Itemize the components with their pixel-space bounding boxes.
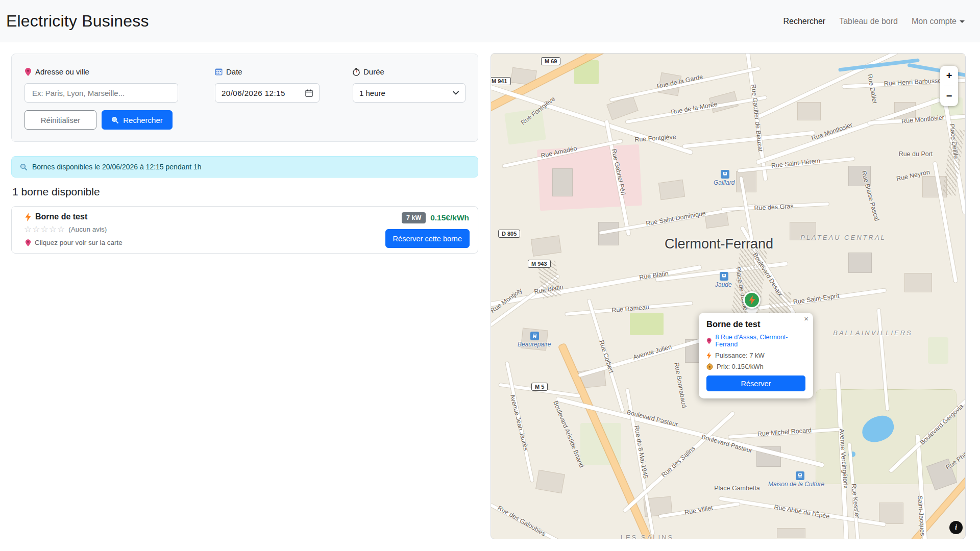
transit-stop-label: Beaurepaire xyxy=(518,341,551,348)
nav-tableau-de-bord[interactable]: Tableau de bord xyxy=(839,17,898,26)
timer-icon xyxy=(353,68,360,76)
search-panel: Adresse ou ville Date 20/06/2026 12:15 D… xyxy=(11,54,478,142)
pin-icon xyxy=(24,68,32,76)
map-building xyxy=(658,180,685,200)
search-form-card: Adresse ou ville Date 20/06/2026 12:15 D… xyxy=(11,54,478,142)
calendar-picker-icon[interactable] xyxy=(305,89,313,97)
map-building xyxy=(777,528,805,538)
close-icon[interactable]: × xyxy=(804,314,808,323)
app-brand: Electricity Business xyxy=(6,12,149,31)
nav-mon-compte[interactable]: Mon compte xyxy=(912,17,965,26)
pin-icon xyxy=(706,338,712,344)
road-ref-badge: M 69 xyxy=(541,57,560,65)
street-label: Rue Abbé de l'Épée xyxy=(774,504,830,520)
popup-price: € Prix: 0.15€/kWh xyxy=(706,363,805,370)
road-ref-badge: M 5 xyxy=(531,383,548,391)
map-building xyxy=(531,235,561,256)
street-label: Rue Gaultier de Biauzat xyxy=(750,84,764,152)
svg-text:€: € xyxy=(709,365,711,369)
tram-icon xyxy=(721,170,729,179)
search-icon xyxy=(111,116,119,124)
lightning-icon xyxy=(25,213,31,221)
results-count-heading: 1 borne disponible xyxy=(12,186,100,198)
popup-reserve-button[interactable]: Réserver xyxy=(706,375,805,391)
reset-button[interactable]: Réinitialiser xyxy=(24,110,96,130)
station-marker[interactable] xyxy=(743,291,761,309)
map-building xyxy=(736,171,756,192)
nav-mon-compte-label: Mon compte xyxy=(912,17,957,26)
address-field-wrap xyxy=(24,83,178,103)
duration-select[interactable]: 1 heure xyxy=(353,83,465,103)
search-button[interactable]: Rechercher xyxy=(102,110,173,130)
street-label: Rue Saint-Esprit xyxy=(793,292,840,306)
map-district-label: LES SALINS xyxy=(621,534,674,540)
tram-icon xyxy=(796,471,804,480)
road-ref-badge: M 943 xyxy=(528,260,551,268)
street-label: Saint-Jacques xyxy=(916,495,926,536)
power-badge: 7 kW xyxy=(402,212,426,223)
street-label: Place Gambetta xyxy=(714,485,760,492)
alert-text: Bornes disponibles le 20/06/2026 à 12:15… xyxy=(32,163,202,171)
nav-rechercher[interactable]: Rechercher xyxy=(783,17,825,26)
street-label: Rue du 8 Mai 1945 xyxy=(633,425,649,479)
street-label: Rue Saint-Dominique xyxy=(645,210,706,227)
map-building xyxy=(879,503,903,524)
map-greenspace xyxy=(630,313,664,335)
map-road xyxy=(491,493,571,539)
map-city-label: Clermont-Ferrand xyxy=(665,236,773,252)
duration-label: Durée xyxy=(353,67,384,76)
street-label: Rue Kessler xyxy=(850,483,861,518)
station-card[interactable]: Borne de test ☆☆☆☆☆ (Aucun avis) Cliquez… xyxy=(11,206,478,254)
street-label: Rue Saint-Hérem xyxy=(771,157,821,169)
street-label: Avenue Jean Jaurès xyxy=(508,393,529,452)
datetime-input[interactable]: 20/06/2026 12:15 xyxy=(215,83,320,103)
road-ref-badge: M 941 xyxy=(491,77,511,85)
map-building xyxy=(904,273,932,292)
street-label: Rue Bonnabaud xyxy=(673,362,688,408)
station-name: Borne de test xyxy=(25,212,87,221)
street-label: Rue des Galoubies xyxy=(496,504,547,537)
transit-stop-label: Maison de la Culture xyxy=(768,481,824,488)
map-district-label: BALLAINVILLIERS xyxy=(833,329,913,337)
transit-stop-label: Gaillard xyxy=(714,179,734,186)
address-label: Adresse ou ville xyxy=(24,67,89,76)
street-label: Rue des Salins xyxy=(660,445,697,479)
availability-alert: Bornes disponibles le 20/06/2026 à 12:15… xyxy=(11,156,478,178)
zoom-in-button[interactable]: + xyxy=(940,66,958,86)
street-label: Rue de la Morée xyxy=(670,101,718,116)
popup-address-link[interactable]: 8 Rue d'Assas, Clermont-Ferrand xyxy=(706,334,805,348)
rating-stars: ☆☆☆☆☆ xyxy=(24,225,65,234)
map-district-label: PLATEAU CENTRAL xyxy=(800,234,886,241)
map-building xyxy=(797,102,821,120)
street-label: Rue Henri Barbusse xyxy=(884,77,941,87)
lightning-icon xyxy=(749,295,755,305)
calendar-icon xyxy=(215,68,223,76)
station-meta: 7 kW 0.15€/kWh xyxy=(402,212,469,223)
street-label: Rue des Gras xyxy=(754,203,794,212)
street-label: Rue Michel Rocard xyxy=(757,427,812,437)
map-building xyxy=(848,253,872,273)
tram-icon xyxy=(720,272,728,281)
station-rating: ☆☆☆☆☆ (Aucun avis) xyxy=(24,225,107,234)
main-nav: Rechercher Tableau de bord Mon compte xyxy=(783,17,965,26)
money-icon: € xyxy=(706,363,713,370)
app-header: Electricity Business Rechercher Tableau … xyxy=(0,0,980,42)
street-label: Rue Villiet xyxy=(684,504,714,516)
station-map-hint[interactable]: Cliquez pour voir sur la carte xyxy=(25,239,122,246)
transit-stop-label: Jaude xyxy=(715,281,732,288)
popup-power: Puissance: 7 kW xyxy=(706,352,805,359)
info-icon[interactable]: i xyxy=(949,521,963,534)
zoom-out-button[interactable]: − xyxy=(940,86,958,106)
reserve-station-button[interactable]: Réserver cette borne xyxy=(385,229,470,248)
map-popup: × Borne de test 8 Rue d'Assas, Clermont-… xyxy=(699,313,813,398)
map-container[interactable]: Clermont-Ferrand PLATEAU CENTRAL BALLAIN… xyxy=(491,53,966,539)
caret-down-icon xyxy=(960,20,965,23)
tram-icon xyxy=(530,332,539,340)
popup-title: Borne de test xyxy=(706,319,805,329)
station-price: 0.15€/kWh xyxy=(430,213,469,222)
map-building xyxy=(552,168,573,196)
address-input[interactable] xyxy=(31,88,172,98)
chevron-down-icon xyxy=(453,91,459,95)
map-greenspace xyxy=(928,337,948,364)
road-ref-badge: D 805 xyxy=(498,230,520,238)
